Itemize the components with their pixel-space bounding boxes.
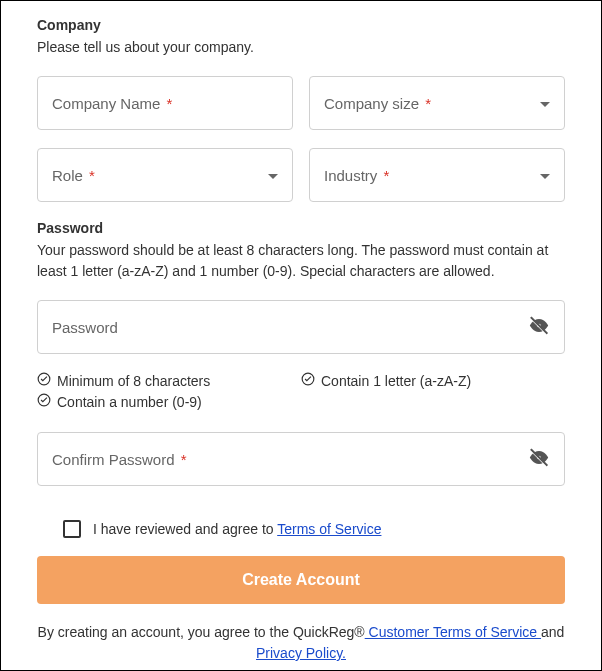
create-account-button[interactable]: Create Account (37, 556, 565, 604)
eye-off-icon[interactable] (528, 447, 550, 472)
req-letter: Contain 1 letter (a-zA-Z) (301, 372, 565, 389)
company-name-label: Company Name * (52, 95, 172, 112)
password-desc: Your password should be at least 8 chara… (37, 240, 565, 282)
industry-select[interactable]: Industry * (309, 148, 565, 202)
terms-row: I have reviewed and agree to Terms of Se… (63, 520, 565, 538)
chevron-down-icon (540, 167, 550, 183)
company-title: Company (37, 17, 565, 33)
confirm-password-label: Confirm Password * (52, 451, 187, 468)
customer-terms-link[interactable]: Customer Terms of Service (365, 624, 541, 640)
privacy-policy-link[interactable]: Privacy Policy. (256, 645, 346, 661)
password-section: Password Your password should be at leas… (37, 220, 565, 486)
check-circle-icon (37, 372, 51, 389)
footer-disclaimer: By creating an account, you agree to the… (37, 622, 565, 664)
chevron-down-icon (540, 95, 550, 111)
company-name-input[interactable]: Company Name * (37, 76, 293, 130)
role-select[interactable]: Role * (37, 148, 293, 202)
company-desc: Please tell us about your company. (37, 37, 565, 58)
req-min-chars: Minimum of 8 characters (37, 372, 301, 389)
eye-off-icon[interactable] (528, 315, 550, 340)
industry-label: Industry * (324, 167, 389, 184)
terms-label: I have reviewed and agree to Terms of Se… (93, 521, 381, 537)
role-label: Role * (52, 167, 95, 184)
password-requirements: Minimum of 8 characters Contain 1 letter… (37, 372, 565, 414)
terms-checkbox[interactable] (63, 520, 81, 538)
password-input[interactable]: Password (37, 300, 565, 354)
req-number: Contain a number (0-9) (37, 393, 301, 410)
company-size-label: Company size * (324, 95, 431, 112)
confirm-password-input[interactable]: Confirm Password * (37, 432, 565, 486)
chevron-down-icon (268, 167, 278, 183)
check-circle-icon (37, 393, 51, 410)
company-size-select[interactable]: Company size * (309, 76, 565, 130)
company-section: Company Please tell us about your compan… (37, 17, 565, 202)
password-title: Password (37, 220, 565, 236)
password-label: Password (52, 319, 118, 336)
check-circle-icon (301, 372, 315, 389)
terms-of-service-link[interactable]: Terms of Service (277, 521, 381, 537)
